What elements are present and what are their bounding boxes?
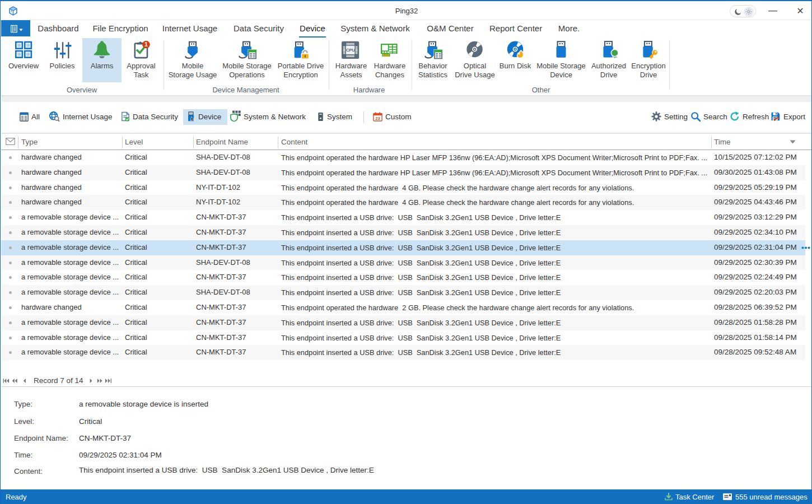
svg-text:23: 23 <box>375 116 380 121</box>
svg-text:1: 1 <box>144 41 148 48</box>
svg-text:CPU: CPU <box>346 48 356 53</box>
